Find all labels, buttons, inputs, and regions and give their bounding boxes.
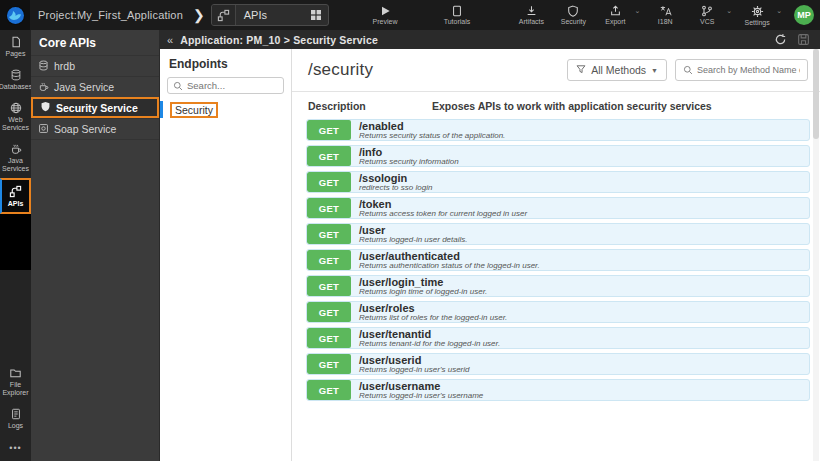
pages-icon — [10, 36, 22, 48]
method-badge[interactable]: GET — [307, 380, 351, 400]
method-search-input[interactable] — [697, 65, 800, 75]
endpoint-row[interactable]: GET /token Returns access token for curr… — [306, 197, 810, 219]
sidebar-item-web-services[interactable]: Web Services — [0, 96, 31, 137]
sidebar-item-databases[interactable]: Databases — [0, 63, 31, 96]
method-badge[interactable]: GET — [307, 328, 351, 348]
brand-logo[interactable] — [0, 0, 30, 30]
filter-icon — [576, 64, 586, 76]
endpoints-title: Endpoints — [160, 49, 291, 77]
grid-icon[interactable] — [304, 9, 328, 21]
endpoint-row[interactable]: GET /ssologin redirects to sso login — [306, 171, 810, 193]
sidebar-label: Pages — [6, 50, 26, 58]
endpoint-description: Returns logged-in user's username — [359, 392, 483, 400]
method-badge[interactable]: GET — [307, 146, 351, 166]
coffee-icon — [38, 81, 49, 94]
sidebar-label: Java Services — [0, 157, 31, 173]
breadcrumb-bar: « Application: PM_10 > Security Service — [160, 30, 820, 49]
wavemaker-logo-icon — [6, 6, 25, 25]
method-badge[interactable]: GET — [307, 354, 351, 374]
preview-label: Preview — [373, 18, 398, 25]
settings-caret-icon[interactable]: ⌄ — [776, 7, 782, 15]
core-panel-filler — [31, 139, 159, 461]
method-badge[interactable]: GET — [307, 120, 351, 140]
method-badge[interactable]: GET — [307, 172, 351, 192]
export-caret-icon[interactable]: ⌄ — [634, 7, 640, 15]
download-icon — [525, 5, 538, 17]
breadcrumb: Application: PM_10 > Security Service — [180, 34, 378, 46]
settings-button[interactable]: Settings — [740, 5, 774, 26]
search-icon — [683, 61, 693, 79]
coffee-icon — [10, 143, 22, 155]
apis-tab-label: APIs — [236, 9, 304, 21]
artifacts-button[interactable]: Artifacts — [514, 5, 548, 25]
description-text: Exposes APIs to work with application se… — [432, 100, 712, 112]
scrollbar-thumb[interactable] — [813, 49, 819, 139]
export-button[interactable]: Export — [598, 5, 632, 25]
endpoint-row[interactable]: GET /user/username Returns logged-in use… — [306, 379, 810, 401]
sidebar-overflow-menu[interactable]: ••• — [0, 435, 31, 461]
search-icon — [173, 77, 183, 95]
core-item-security-service[interactable]: Security Service — [31, 97, 159, 118]
core-item-soap-service[interactable]: Soap Service — [31, 118, 159, 139]
endpoint-description: Returns access token for current logged … — [359, 210, 527, 218]
collapse-panel-icon[interactable]: « — [160, 34, 180, 46]
refresh-icon[interactable] — [774, 33, 787, 46]
sidebar-label: Databases — [0, 83, 32, 91]
method-badge[interactable]: GET — [307, 276, 351, 296]
sidebar-active-block: APIs — [0, 178, 31, 270]
endpoint-row[interactable]: GET /enabled Returns security status of … — [306, 119, 810, 141]
api-icon — [9, 185, 22, 198]
method-badge[interactable]: GET — [307, 198, 351, 218]
endpoint-description: Returns security information — [359, 158, 459, 166]
globe-icon — [10, 102, 22, 114]
core-apis-title: Core APIs — [39, 36, 96, 50]
sidebar-item-logs[interactable]: Logs — [0, 402, 31, 435]
endpoint-list: GET /enabled Returns security status of … — [292, 119, 820, 405]
service-path-title: /security — [308, 60, 373, 80]
core-item-label: Java Service — [54, 81, 114, 93]
method-search[interactable] — [675, 59, 808, 81]
endpoint-description: Returns tenant-id for the logged-in user… — [359, 340, 500, 348]
endpoint-row[interactable]: GET /info Returns security information — [306, 145, 810, 167]
user-avatar[interactable]: MP — [794, 5, 814, 25]
sidebar-label: Logs — [8, 422, 23, 430]
folder-icon — [9, 367, 22, 379]
endpoint-row[interactable]: GET /user Returns logged-in user details… — [306, 223, 810, 245]
scrollbar[interactable] — [813, 49, 819, 461]
method-badge[interactable]: GET — [307, 224, 351, 244]
preview-button[interactable]: Preview — [368, 5, 402, 25]
core-item-hrdb[interactable]: hrdb — [31, 55, 159, 76]
endpoint-row[interactable]: GET /user/tenantid Returns tenant-id for… — [306, 327, 810, 349]
apis-tab[interactable]: APIs — [211, 4, 329, 26]
api-icon — [212, 5, 236, 25]
sidebar-item-apis[interactable]: APIs — [0, 178, 31, 214]
vcs-caret-icon[interactable]: ⌄ — [726, 7, 732, 15]
endpoint-row[interactable]: GET /user/authenticated Returns authenti… — [306, 249, 810, 271]
endpoints-search[interactable] — [167, 77, 284, 94]
methods-filter-dropdown[interactable]: All Methods ▼ — [567, 59, 667, 81]
endpoint-row[interactable]: GET /user/userid Returns logged-in user'… — [306, 353, 810, 375]
branch-icon — [701, 5, 713, 17]
endpoint-group-security[interactable]: Security — [160, 101, 291, 118]
database-icon — [38, 60, 49, 73]
method-badge[interactable]: GET — [307, 250, 351, 270]
shield-icon — [40, 101, 51, 114]
endpoints-search-input[interactable] — [187, 80, 278, 91]
sidebar-item-java-services[interactable]: Java Services — [0, 137, 31, 178]
core-item-java-service[interactable]: Java Service — [31, 76, 159, 97]
endpoint-row[interactable]: GET /user/login_time Returns login time … — [306, 275, 810, 297]
chevron-down-icon: ▼ — [651, 67, 658, 74]
security-topbar-label: Security — [561, 18, 586, 25]
endpoint-description: Returns login time of logged-in user. — [359, 288, 487, 296]
translate-icon — [659, 5, 672, 17]
save-icon[interactable] — [797, 33, 810, 46]
tutorials-button[interactable]: Tutorials — [440, 5, 474, 25]
vcs-button[interactable]: VCS — [690, 5, 724, 25]
i18n-button[interactable]: I18N — [648, 5, 682, 25]
endpoint-row[interactable]: GET /user/roles Returns list of roles fo… — [306, 301, 810, 323]
method-badge[interactable]: GET — [307, 302, 351, 322]
sidebar-item-pages[interactable]: Pages — [0, 30, 31, 63]
sidebar-item-file-explorer[interactable]: File Explorer — [0, 361, 31, 402]
security-button[interactable]: Security — [556, 5, 590, 25]
service-detail-pane: /security All Methods ▼ — [292, 49, 820, 461]
